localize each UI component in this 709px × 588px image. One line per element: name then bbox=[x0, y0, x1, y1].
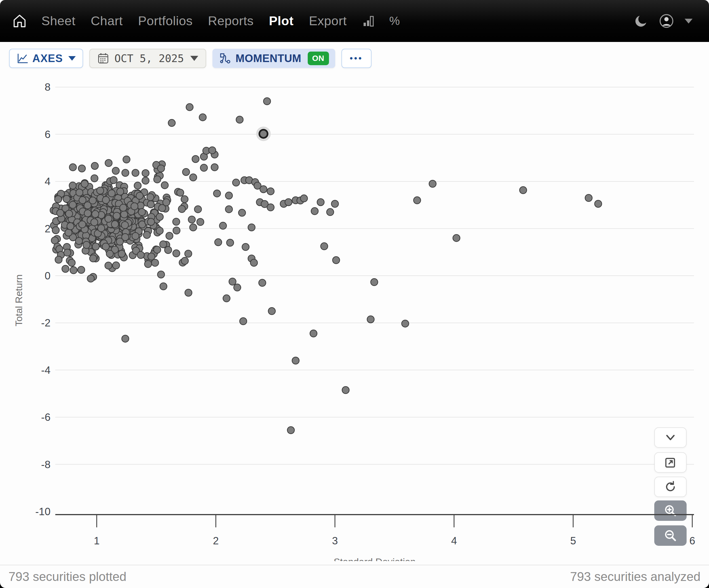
scatter-point[interactable] bbox=[67, 217, 74, 224]
scatter-point[interactable] bbox=[73, 211, 80, 218]
scatter-point[interactable] bbox=[226, 206, 233, 213]
scatter-point[interactable] bbox=[113, 212, 120, 219]
scatter-point[interactable] bbox=[120, 203, 127, 210]
scatter-point[interactable] bbox=[120, 254, 127, 261]
scatter-point[interactable] bbox=[87, 214, 95, 221]
scatter-point[interactable] bbox=[116, 204, 124, 211]
scatter-point[interactable] bbox=[72, 211, 79, 218]
scatter-point[interactable] bbox=[110, 206, 117, 214]
scatter-point[interactable] bbox=[61, 224, 68, 231]
scatter-point[interactable] bbox=[82, 214, 89, 221]
scatter-point[interactable] bbox=[111, 212, 119, 219]
scatter-point[interactable] bbox=[82, 199, 89, 206]
zoom-out-button[interactable] bbox=[654, 525, 687, 546]
scatter-point[interactable] bbox=[91, 209, 98, 216]
scatter-point[interactable] bbox=[68, 212, 75, 219]
scatter-point[interactable] bbox=[108, 190, 115, 197]
scatter-point[interactable] bbox=[64, 249, 71, 256]
scatter-point[interactable] bbox=[122, 211, 129, 218]
scatter-point[interactable] bbox=[267, 188, 274, 195]
scatter-point[interactable] bbox=[52, 227, 59, 234]
scatter-point[interactable] bbox=[98, 218, 105, 225]
scatter-point[interactable] bbox=[84, 226, 91, 233]
scatter-point[interactable] bbox=[135, 206, 142, 214]
scatter-point[interactable] bbox=[96, 233, 103, 241]
scatter-point[interactable] bbox=[111, 221, 118, 228]
scatter-point[interactable] bbox=[97, 203, 104, 211]
scatter-point[interactable] bbox=[111, 202, 119, 209]
scatter-point[interactable] bbox=[86, 183, 93, 190]
scatter-point[interactable] bbox=[66, 203, 73, 210]
scatter-point[interactable] bbox=[89, 229, 96, 236]
scatter-point[interactable] bbox=[150, 209, 157, 216]
scatter-point[interactable] bbox=[127, 201, 134, 208]
scatter-point[interactable] bbox=[123, 210, 130, 217]
scatter-point[interactable] bbox=[120, 220, 127, 227]
scatter-point[interactable] bbox=[150, 222, 157, 229]
scatter-point[interactable] bbox=[101, 185, 108, 192]
scatter-point[interactable] bbox=[124, 225, 131, 232]
scatter-point[interactable] bbox=[108, 205, 115, 212]
scatter-point[interactable] bbox=[101, 217, 108, 224]
scatter-point[interactable] bbox=[77, 208, 84, 216]
scatter-point[interactable] bbox=[112, 227, 120, 234]
scatter-point[interactable] bbox=[102, 218, 109, 225]
scatter-point[interactable] bbox=[317, 199, 324, 206]
scatter-point[interactable] bbox=[110, 247, 117, 254]
scatter-point[interactable] bbox=[164, 247, 172, 254]
scatter-point[interactable] bbox=[81, 180, 88, 187]
scatter-point[interactable] bbox=[162, 205, 169, 212]
scatter-point[interactable] bbox=[132, 236, 139, 243]
scatter-point[interactable] bbox=[101, 230, 108, 237]
scatter-point[interactable] bbox=[99, 206, 106, 214]
scatter-point[interactable] bbox=[74, 215, 81, 222]
scatter-point[interactable] bbox=[88, 225, 96, 232]
scatter-point[interactable] bbox=[95, 225, 102, 232]
scatter-point[interactable] bbox=[131, 206, 138, 214]
scatter-point[interactable] bbox=[62, 205, 69, 212]
scatter-point[interactable] bbox=[72, 190, 79, 197]
scatter-point[interactable] bbox=[98, 202, 105, 209]
scatter-point[interactable] bbox=[124, 197, 131, 204]
nav-item-portfolios[interactable]: Portfolios bbox=[138, 13, 193, 28]
scatter-point[interactable] bbox=[65, 210, 73, 217]
scatter-point[interactable] bbox=[84, 202, 91, 209]
scatter-point[interactable] bbox=[127, 215, 134, 222]
scatter-point[interactable] bbox=[75, 215, 82, 222]
scatter-point[interactable] bbox=[123, 212, 130, 219]
scatter-point[interactable] bbox=[132, 169, 139, 176]
scatter-point[interactable] bbox=[69, 206, 76, 214]
scatter-point[interactable] bbox=[99, 211, 106, 218]
scatter-point[interactable] bbox=[115, 199, 123, 206]
scatter-point[interactable] bbox=[153, 246, 160, 253]
scatter-point[interactable] bbox=[108, 251, 115, 258]
scatter-point[interactable] bbox=[95, 226, 102, 233]
scatter-point[interactable] bbox=[81, 218, 88, 225]
scatter-point[interactable] bbox=[94, 230, 101, 237]
scatter-point[interactable] bbox=[56, 246, 63, 253]
scatter-point[interactable] bbox=[125, 219, 132, 226]
scatter-point[interactable] bbox=[70, 190, 77, 197]
scatter-point[interactable] bbox=[115, 208, 122, 215]
scatter-point[interactable] bbox=[103, 213, 110, 220]
scatter-point[interactable] bbox=[77, 203, 84, 210]
scatter-point[interactable] bbox=[126, 218, 133, 225]
scatter-point[interactable] bbox=[300, 195, 308, 202]
scatter-point[interactable] bbox=[91, 225, 99, 232]
scatter-point[interactable] bbox=[86, 221, 94, 228]
scatter-point[interactable] bbox=[88, 233, 95, 240]
scatter-point[interactable] bbox=[122, 235, 129, 243]
scatter-point[interactable] bbox=[136, 192, 143, 199]
scatter-point[interactable] bbox=[82, 217, 89, 224]
scatter-point[interactable] bbox=[136, 204, 143, 212]
scatter-point[interactable] bbox=[106, 223, 113, 230]
scatter-point[interactable] bbox=[93, 205, 100, 212]
scatter-point[interactable] bbox=[129, 204, 136, 211]
scatter-point[interactable] bbox=[161, 181, 168, 189]
scatter-point[interactable] bbox=[127, 195, 134, 202]
scatter-point[interactable] bbox=[97, 195, 104, 202]
scatter-point[interactable] bbox=[79, 221, 86, 228]
scatter-point[interactable] bbox=[112, 226, 120, 233]
scatter-point[interactable] bbox=[106, 208, 113, 215]
scatter-point[interactable] bbox=[58, 205, 65, 212]
